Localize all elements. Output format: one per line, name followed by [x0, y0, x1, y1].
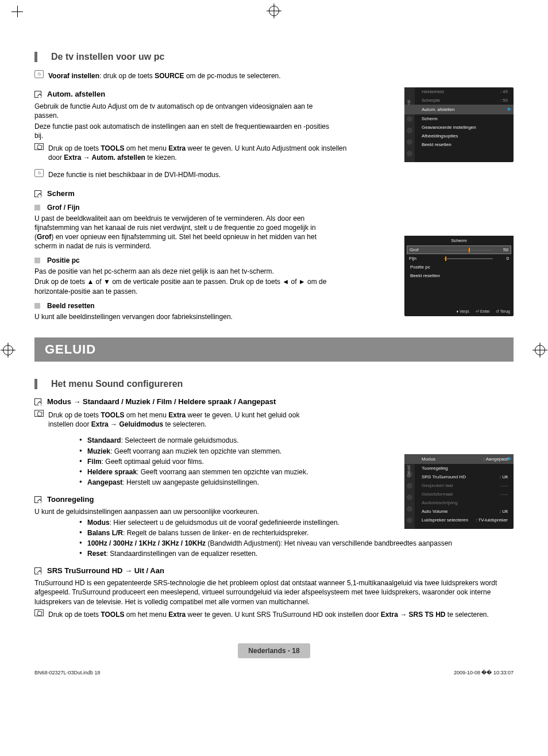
tv-slider-fijn: Fijn 0 — [404, 254, 514, 263]
autom-p1: Gebruik de functie Auto Adjust om de tv … — [34, 102, 333, 120]
doc-footer-left: BN68-02327L-03Dut.indb 18 — [34, 670, 101, 676]
hint-return: ↺ Terug — [496, 309, 510, 314]
note-dvi-hdmi-text: Deze functie is niet beschikbaar in de D… — [48, 170, 221, 179]
tv-row: Auto Volume: Uit — [404, 507, 514, 516]
positie-p1: Pas de positie van het pc-scherm aan als… — [34, 267, 333, 276]
heading-accent-bar — [34, 52, 37, 62]
note-autom-tools-text: Druk op de toets TOOLS om het menu Extra… — [48, 144, 347, 162]
note-icon: ⦸ — [34, 169, 44, 177]
hint-move: ♦ Verpl. — [457, 309, 470, 314]
tv-row: Geluidsformaat: ---- — [404, 490, 514, 498]
tv-side-icons: Beeld — [404, 87, 415, 162]
section-title: Modus → Standaard / Muziek / Film / Held… — [47, 397, 276, 406]
registration-mark-left — [3, 345, 13, 355]
tools-icon — [34, 143, 44, 150]
tv-footer-hints: ♦ Verpl. ⏎ Enter ↺ Terug — [457, 309, 510, 314]
tv-side-icon — [407, 494, 412, 500]
tv-row: SRS TruSurround HD: Uit — [404, 473, 514, 481]
q-bullet-icon — [34, 567, 41, 574]
heading-pc-setup: De tv instellen voor uw pc — [34, 52, 514, 62]
note-preset-text: Vooraf instellen: druk op de toets SOURC… — [48, 71, 281, 80]
heading-text: Het menu Sound configureren — [51, 379, 183, 389]
list-item: Reset: Standaardinstellingen van de equa… — [79, 549, 514, 558]
list-item: Balans L/R: Regelt de balans tussen de l… — [79, 528, 514, 538]
registration-mark-top — [269, 6, 279, 16]
heading-sound-config: Het menu Sound configureren — [34, 379, 514, 389]
section-scherm: Scherm — [34, 189, 514, 198]
tools-icon — [34, 410, 44, 417]
tv-menu-scherm: Scherm Grof 50 Fijn 0 Positie pc Beeld r… — [404, 236, 514, 316]
tv-row: Toonregeling — [404, 464, 514, 473]
positie-p2: Druk op de toets ▲ of ▼ om de verticale … — [34, 277, 333, 296]
note-modus-tools: Druk op de toets TOOLS om het menu Extra… — [34, 409, 514, 430]
tv-menu-beeld: Beeld Helderheid: 45 Scherpte: 50 Autom.… — [404, 87, 514, 162]
section-modus: Modus → Standaard / Muziek / Film / Held… — [34, 397, 514, 406]
tv-side-icon — [407, 128, 412, 133]
registration-mark-right — [535, 345, 545, 355]
subsection-title: Positie pc — [47, 256, 80, 264]
slider-track — [444, 258, 493, 259]
page-footer: Nederlands - 18 — [34, 643, 514, 658]
list-item: Standaard: Selecteert de normale geluids… — [79, 436, 514, 445]
tv-row: Luidspreker selecteren: TV-luidspreker — [404, 516, 514, 524]
tv-side-icon — [407, 151, 412, 156]
subsection-title: Beeld resetten — [47, 302, 95, 310]
square-bullet-icon — [34, 303, 40, 309]
tv-row-selected: Autom. afstellen — [404, 105, 514, 114]
tv-side-icon — [407, 517, 412, 523]
tv-dialog-title: Scherm — [404, 236, 514, 245]
tv-row: Gesproken taal: ---- — [404, 481, 514, 490]
grof-p: U past de beeldkwaliteit aan om beeldrui… — [34, 214, 333, 251]
tv-row: Positie pc — [404, 263, 514, 271]
autom-p2: Deze functie past ook automatisch de ins… — [34, 122, 333, 140]
q-bullet-icon — [34, 91, 41, 98]
tv-side-icon — [407, 483, 412, 489]
q-bullet-icon — [34, 398, 41, 405]
slider-track — [445, 250, 492, 251]
note-preset: ⦸ Vooraf instellen: druk op de toets SOU… — [34, 70, 514, 82]
tools-icon — [34, 609, 44, 616]
square-bullet-icon — [34, 205, 40, 210]
q-bullet-icon — [34, 496, 41, 503]
tv-row: Afbeeldingsopties — [404, 132, 514, 140]
tv-slider-grof: Grof 50 — [407, 245, 511, 254]
tv-side-icons: Geluid — [404, 454, 415, 529]
note-srs-tools-text: Druk op de toets TOOLS om het menu Extra… — [48, 610, 489, 619]
heading-accent-bar — [34, 379, 37, 389]
tv-row: Scherpte: 50 — [404, 96, 514, 105]
section-banner-geluid: GELUID — [34, 337, 514, 362]
subsection-grof-fijn: Grof / Fijn — [34, 204, 514, 212]
note-dvi-hdmi: ⦸ Deze functie is niet beschikbaar in de… — [34, 169, 514, 181]
heading-text: De tv instellen voor uw pc — [51, 52, 164, 62]
section-title: Toonregeling — [47, 495, 94, 504]
section-srs: SRS TruSurround HD → Uit / Aan — [34, 566, 514, 575]
tv-side-icon — [407, 506, 412, 512]
square-bullet-icon — [34, 258, 40, 263]
subsection-title: Grof / Fijn — [47, 204, 80, 212]
tv-row: Audiobeschrijving — [404, 498, 514, 507]
section-title: Scherm — [47, 189, 75, 198]
crop-mark-top-left — [11, 6, 29, 23]
tv-side-icon — [407, 116, 412, 122]
section-title: SRS TruSurround HD → Uit / Aan — [47, 566, 164, 575]
hint-enter: ⏎ Enter — [476, 309, 490, 314]
tv-side-label: Geluid — [407, 471, 412, 477]
tv-row: Helderheid: 45 — [404, 87, 514, 96]
tv-row-selected: Modus: Aangepast — [404, 454, 514, 464]
tv-row: Beeld resetten — [404, 140, 514, 149]
list-item: 100Hz / 300Hz / 1KHz / 3KHz / 10KHz (Ban… — [79, 539, 514, 548]
section-title: Autom. afstellen — [47, 90, 105, 98]
tv-row: Scherm — [404, 114, 514, 123]
tv-side-icon — [407, 139, 412, 145]
note-srs-tools: Druk op de toets TOOLS om het menu Extra… — [34, 609, 514, 620]
tv-row: Geavanceerde instellingen — [404, 123, 514, 132]
tv-menu-geluid: Geluid Modus: Aangepast Toonregeling SRS… — [404, 454, 514, 529]
page-number-badge: Nederlands - 18 — [238, 643, 310, 658]
note-modus-tools-text: Druk op de toets TOOLS om het menu Extra… — [48, 410, 324, 429]
q-bullet-icon — [34, 190, 41, 197]
srs-p: TruSurround HD is een gepatenteerde SRS-… — [34, 578, 514, 607]
document-footer: BN68-02327L-03Dut.indb 18 2009-10-08 �� … — [34, 670, 514, 676]
tv-row: Beeld resetten — [404, 271, 514, 280]
note-icon: ⦸ — [34, 70, 44, 78]
doc-footer-right: 2009-10-08 �� 10:33:07 — [454, 670, 514, 676]
